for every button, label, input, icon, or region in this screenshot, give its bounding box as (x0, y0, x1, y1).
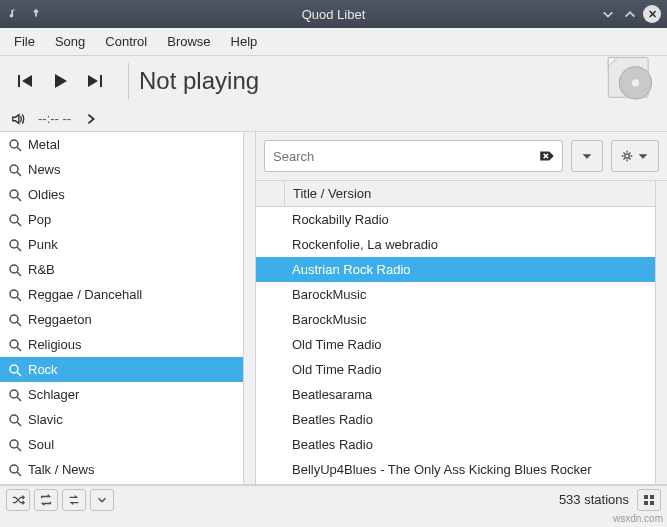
search-icon (8, 363, 22, 377)
search-icon (8, 163, 22, 177)
genre-label: Oldies (28, 187, 65, 202)
layout-toggle-button[interactable] (637, 489, 661, 511)
genre-item[interactable]: Pop (0, 207, 255, 232)
search-icon (8, 138, 22, 152)
station-row[interactable]: Beatlesarama (256, 382, 667, 407)
separator (128, 63, 129, 99)
scrollbar-vertical[interactable] (655, 181, 667, 484)
shuffle-button[interactable] (6, 489, 30, 511)
next-button[interactable] (82, 67, 110, 95)
more-button[interactable] (90, 489, 114, 511)
station-row[interactable]: Beatles Radio (256, 432, 667, 457)
genre-item[interactable]: Rock (0, 357, 255, 382)
search-icon (8, 413, 22, 427)
search-icon (8, 238, 22, 252)
station-row[interactable]: Rockenfolie, La webradio (256, 232, 667, 257)
search-icon (8, 188, 22, 202)
window-title: Quod Libet (0, 7, 667, 22)
album-art-icon (601, 52, 659, 110)
svg-point-15 (10, 440, 18, 448)
transport-row: --:-- -- (0, 106, 667, 132)
station-label: BarockMusic (284, 312, 374, 327)
genre-item[interactable]: Punk (0, 232, 255, 257)
station-row[interactable]: Old Time Radio (256, 357, 667, 382)
genre-item[interactable]: Reggaeton (0, 307, 255, 332)
genre-label: Pop (28, 212, 51, 227)
search-icon (8, 388, 22, 402)
genre-item[interactable]: Reggae / Dancehall (0, 282, 255, 307)
bottom-toolbar: 533 stations (0, 485, 667, 513)
genre-item[interactable]: Schlager (0, 382, 255, 407)
menu-song[interactable]: Song (47, 32, 93, 51)
svg-rect-21 (650, 501, 654, 505)
station-label: BellyUp4Blues - The Only Ass Kicking Blu… (284, 462, 600, 477)
main-split: MetalNewsOldiesPopPunkR&BReggae / Danceh… (0, 132, 667, 485)
svg-point-4 (10, 165, 18, 173)
svg-point-5 (10, 190, 18, 198)
genre-label: Reggaeton (28, 312, 92, 327)
genre-item[interactable]: Metal (0, 132, 255, 157)
genre-label: Religious (28, 337, 81, 352)
station-list-area: Title / Version Rockabilly RadioRockenfo… (256, 180, 667, 484)
svg-point-17 (625, 154, 629, 158)
status-text: 533 stations (559, 492, 629, 507)
menu-file[interactable]: File (6, 32, 43, 51)
search-input[interactable] (271, 148, 538, 165)
genre-label: Reggae / Dancehall (28, 287, 142, 302)
genre-item[interactable]: Talk / News (0, 457, 255, 482)
genre-label: News (28, 162, 61, 177)
svg-point-11 (10, 340, 18, 348)
menu-control[interactable]: Control (97, 32, 155, 51)
volume-icon[interactable] (10, 111, 26, 127)
window-titlebar: Quod Libet ✕ (0, 0, 667, 28)
settings-button[interactable] (611, 140, 659, 172)
search-box[interactable] (264, 140, 563, 172)
prev-button[interactable] (10, 67, 38, 95)
clear-search-icon[interactable] (538, 147, 556, 165)
genre-item[interactable]: R&B (0, 257, 255, 282)
station-row[interactable]: BellyUp4Blues - The Only Ass Kicking Blu… (256, 457, 667, 482)
menu-browse[interactable]: Browse (159, 32, 218, 51)
scrollbar-vertical[interactable] (243, 132, 255, 484)
watermark: wsxdn.com (0, 513, 667, 527)
genre-item[interactable]: Soul (0, 432, 255, 457)
genre-label: Slavic (28, 412, 63, 427)
svg-rect-18 (644, 495, 648, 499)
svg-point-13 (10, 390, 18, 398)
play-button[interactable] (46, 67, 74, 95)
station-label: Rockenfolie, La webradio (284, 237, 446, 252)
forward-icon[interactable] (83, 111, 99, 127)
genre-item[interactable]: Oldies (0, 182, 255, 207)
right-pane: Title / Version Rockabilly RadioRockenfo… (256, 132, 667, 484)
reload-button[interactable] (62, 489, 86, 511)
station-row[interactable]: Beatles Radio (256, 407, 667, 432)
genre-label: Schlager (28, 387, 79, 402)
list-header[interactable]: Title / Version (256, 181, 667, 207)
genre-list[interactable]: MetalNewsOldiesPopPunkR&BReggae / Danceh… (0, 132, 256, 484)
search-icon (8, 338, 22, 352)
genre-item[interactable]: Slavic (0, 407, 255, 432)
svg-point-7 (10, 240, 18, 248)
station-row[interactable]: Old Time Radio (256, 332, 667, 357)
player-toolbar: Not playing (0, 56, 667, 106)
repeat-button[interactable] (34, 489, 58, 511)
station-row[interactable]: BarockMusic (256, 307, 667, 332)
svg-point-9 (10, 290, 18, 298)
svg-point-16 (10, 465, 18, 473)
genre-item[interactable]: Religious (0, 332, 255, 357)
menu-help[interactable]: Help (223, 32, 266, 51)
dropdown-button[interactable] (571, 140, 603, 172)
station-row[interactable]: Austrian Rock Radio (256, 257, 667, 282)
station-label: Beatles Radio (284, 412, 381, 427)
search-icon (8, 313, 22, 327)
station-label: Beatlesarama (284, 387, 380, 402)
station-label: BarockMusic (284, 287, 374, 302)
column-title-version[interactable]: Title / Version (284, 181, 379, 206)
search-icon (8, 263, 22, 277)
svg-point-12 (10, 365, 18, 373)
station-row[interactable]: Rockabilly Radio (256, 207, 667, 232)
search-icon (8, 463, 22, 477)
genre-item[interactable]: News (0, 157, 255, 182)
station-row[interactable]: BarockMusic (256, 282, 667, 307)
now-playing-text: Not playing (139, 67, 259, 95)
